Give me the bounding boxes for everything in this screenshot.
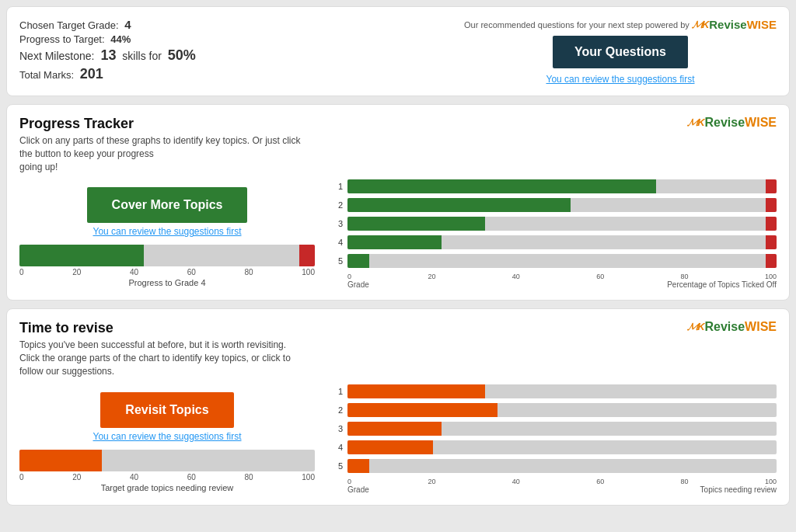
ttr-logo-wise: WISE xyxy=(745,320,777,334)
ttr-bar-axis: 0 20 40 60 80 100 xyxy=(19,473,315,482)
pt-bar-track xyxy=(347,198,777,212)
pt-bar-track xyxy=(347,254,777,268)
logo-wise: WISE xyxy=(747,18,777,31)
marks-line: Total Marks: 201 xyxy=(19,66,196,82)
pt-bar-fill xyxy=(347,217,485,231)
ttr-bar-label: Target grade topics needing review xyxy=(19,483,315,492)
milestone-text: skills for xyxy=(122,50,162,62)
pt-bar-danger xyxy=(766,217,777,231)
pt-bar-track xyxy=(347,235,777,249)
progress-tracker-body: Cover More Topics You can review the sug… xyxy=(19,179,777,289)
ttr-review-link[interactable]: You can review the suggestions first xyxy=(93,431,242,442)
ttr-single-bar-bg xyxy=(19,450,315,471)
chosen-grade-line: Chosen Target Grade: 4 xyxy=(19,18,196,31)
top-review-link[interactable]: You can review the suggestions first xyxy=(546,74,695,85)
milestone-skills: 13 xyxy=(100,47,116,63)
ttr-grade-num: 5 xyxy=(330,461,343,471)
logo-mk: 𝓜K xyxy=(692,19,709,31)
pt-grade-num: 2 xyxy=(330,200,343,210)
ttr-single-bar-container: 0 20 40 60 80 100 Target grade topics ne… xyxy=(19,450,315,492)
time-to-revise-title: Time to revise xyxy=(19,320,315,336)
progress-tracker-title: Progress Tracker xyxy=(19,116,315,132)
progress-tracker-logo: 𝓜KReviseWISE xyxy=(687,116,777,130)
progress-single-bar-container: 0 20 40 60 80 100 Progress to Grade 4 xyxy=(19,245,315,287)
revise-wise-logo: 𝓜KReviseWISE xyxy=(692,18,777,31)
ttr-logo-mk: 𝓜K xyxy=(687,321,704,333)
ttr-topics-label: Topics needing review xyxy=(700,485,777,494)
marks-label: Total Marks: xyxy=(19,69,74,81)
progress-single-bar-fill xyxy=(19,245,144,266)
ttr-single-bar-fill xyxy=(19,450,102,471)
pt-bar-danger xyxy=(766,254,777,268)
chosen-grade-value: 4 xyxy=(124,18,131,31)
pt-bar-fill xyxy=(347,235,442,249)
ttr-bar-fill xyxy=(347,459,369,473)
time-to-revise-card: Time to revise Topics you've been succes… xyxy=(6,308,790,505)
time-to-revise-left: Revisit Topics You can review the sugges… xyxy=(19,384,315,494)
revisit-topics-button[interactable]: Revisit Topics xyxy=(100,392,233,428)
pt-review-link[interactable]: You can review the suggestions first xyxy=(93,226,242,237)
ttr-bar-row[interactable]: 2 xyxy=(330,403,777,417)
pt-bar-danger xyxy=(766,198,777,212)
cover-more-topics-button[interactable]: Cover More Topics xyxy=(87,187,248,223)
pt-bar-fill xyxy=(347,179,656,193)
time-to-revise-left-header: Time to revise Topics you've been succes… xyxy=(19,320,315,377)
ttr-rows-container: 1 2 3 4 5 xyxy=(330,384,777,473)
ttr-bar-fill xyxy=(347,403,498,417)
chosen-grade-label: Chosen Target Grade: xyxy=(19,19,119,31)
progress-bar-axis: 0 20 40 60 80 100 xyxy=(19,268,315,276)
time-to-revise-body: Revisit Topics You can review the sugges… xyxy=(19,384,777,494)
pt-bar-danger xyxy=(766,235,777,249)
ttr-grade-num: 2 xyxy=(330,405,343,415)
ttr-bar-track xyxy=(347,440,777,454)
pt-bar-row[interactable]: 1 xyxy=(330,179,777,193)
pt-bar-row[interactable]: 5 xyxy=(330,254,777,268)
pt-bar-track xyxy=(347,179,777,193)
ttr-x-labels: 0 20 40 60 80 100 xyxy=(330,478,777,485)
pt-grade-num: 1 xyxy=(330,182,343,191)
pt-chart-bottom-labels: Grade Percentage of Topics Ticked Off xyxy=(330,280,777,289)
progress-line: Progress to Target: 44% xyxy=(19,33,196,45)
ttr-grade-num: 3 xyxy=(330,424,343,433)
marks-value: 201 xyxy=(80,66,103,82)
pt-bar-row[interactable]: 4 xyxy=(330,235,777,249)
ttr-grade-label: Grade xyxy=(347,485,369,494)
ttr-bar-row[interactable]: 5 xyxy=(330,459,777,473)
your-questions-button[interactable]: Your Questions xyxy=(553,36,688,68)
pt-x-labels: 0 20 40 60 80 100 xyxy=(330,273,777,280)
ttr-grade-num: 4 xyxy=(330,443,343,452)
progress-value: 44% xyxy=(110,33,131,45)
top-right-panel: Our recommended questions for your next … xyxy=(464,18,777,85)
progress-single-bar-danger xyxy=(299,245,315,266)
progress-tracker-left-header: Progress Tracker Click on any parts of t… xyxy=(19,116,315,173)
progress-tracker-right: 1 2 3 4 5 xyxy=(330,179,777,289)
time-to-revise-right: 1 2 3 4 5 0 xyxy=(330,384,777,494)
time-to-revise-logo: 𝓜KReviseWISE xyxy=(687,320,777,334)
ttr-bar-row[interactable]: 4 xyxy=(330,440,777,454)
pt-bar-fill xyxy=(347,254,369,268)
ttr-bar-fill xyxy=(347,384,485,398)
pt-bar-row[interactable]: 3 xyxy=(330,217,777,231)
top-stats: Chosen Target Grade: 4 Progress to Targe… xyxy=(19,18,196,85)
pt-bar-danger xyxy=(766,179,777,193)
progress-label: Progress to Target: xyxy=(19,33,105,45)
powered-by-text: Our recommended questions for your next … xyxy=(464,18,777,31)
ttr-bar-row[interactable]: 1 xyxy=(330,384,777,398)
ttr-bar-track xyxy=(347,403,777,417)
ttr-bar-track xyxy=(347,459,777,473)
pt-logo-wise: WISE xyxy=(745,116,777,130)
pt-rows-container: 1 2 3 4 5 xyxy=(330,179,777,268)
milestone-line: Next Milestone: 13 skills for 50% xyxy=(19,47,196,64)
pt-bar-track xyxy=(347,217,777,231)
pt-logo-revise: Revise xyxy=(705,116,745,130)
pt-bar-fill xyxy=(347,198,571,212)
top-card: Chosen Target Grade: 4 Progress to Targe… xyxy=(6,6,790,96)
pt-bar-row[interactable]: 2 xyxy=(330,198,777,212)
progress-bar-label: Progress to Grade 4 xyxy=(19,278,315,287)
pt-pct-label: Percentage of Topics Ticked Off xyxy=(667,280,777,289)
ttr-bar-fill xyxy=(347,422,442,436)
pt-grade-num: 4 xyxy=(330,238,343,247)
ttr-bar-row[interactable]: 3 xyxy=(330,422,777,436)
ttr-bar-fill xyxy=(347,440,433,454)
pt-grade-label: Grade xyxy=(347,280,369,289)
